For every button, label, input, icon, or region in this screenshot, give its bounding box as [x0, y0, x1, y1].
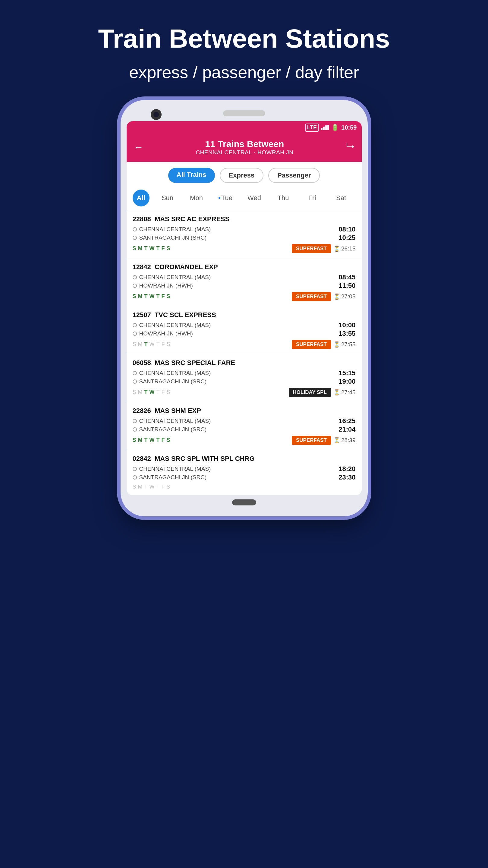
days-row: SMTWTFS: [133, 389, 170, 396]
day-char: T: [156, 293, 160, 300]
to-station-info: HOWRAH JN (HWH): [133, 330, 193, 337]
from-station-dot: [133, 467, 137, 471]
day-char: M: [138, 293, 143, 300]
day-char: F: [161, 484, 165, 490]
train-badge: SUPERFAST: [292, 292, 331, 301]
to-time: 10:25: [338, 234, 355, 242]
day-char: T: [156, 389, 160, 396]
from-station-dot: [133, 371, 137, 375]
day-char: F: [161, 245, 165, 252]
to-station-info: HOWRAH JN (HWH): [133, 282, 193, 289]
phone-screen: LTE 🔋 10:59 ← 11 Trains Between CHENNAI …: [127, 121, 362, 495]
page-subtitle: express / passenger / day filter: [129, 62, 359, 82]
back-button[interactable]: ←: [134, 142, 144, 153]
from-station-row: CHENNAI CENTRAL (MAS) 08:45: [133, 273, 356, 281]
phone-frame: LTE 🔋 10:59 ← 11 Trains Between CHENNAI …: [121, 100, 368, 516]
train-item[interactable]: 12842 COROMANDEL EXP CHENNAI CENTRAL (MA…: [127, 258, 362, 306]
train-item[interactable]: 22808 MAS SRC AC EXPRESS CHENNAI CENTRAL…: [127, 210, 362, 258]
day-char: F: [161, 341, 165, 347]
day-sun[interactable]: Sun: [153, 194, 182, 202]
from-time: 16:25: [338, 417, 355, 425]
train-footer: SMTWTFS SUPERFAST ⏳28:39: [133, 436, 356, 445]
page-title: Train Between Stations: [98, 24, 390, 53]
day-char: W: [150, 389, 155, 396]
from-station-dot: [133, 227, 137, 231]
to-station-info: SANTRAGACHI JN (SRC): [133, 378, 207, 385]
train-badge: SUPERFAST: [292, 436, 331, 445]
from-time: 08:10: [338, 225, 355, 233]
train-item[interactable]: 22826 MAS SHM EXP CHENNAI CENTRAL (MAS) …: [127, 402, 362, 450]
days-row: SMTWTFS: [133, 341, 170, 347]
from-station-row: CHENNAI CENTRAL (MAS) 16:25: [133, 417, 356, 425]
filter-tabs: All Trains Express Passenger: [127, 162, 362, 186]
from-time: 08:45: [338, 273, 355, 281]
day-char: S: [167, 484, 170, 490]
day-char: S: [133, 293, 136, 300]
day-char: W: [150, 341, 155, 347]
signal-bar-1: [321, 128, 323, 130]
day-char: W: [150, 245, 155, 252]
from-station-name: CHENNAI CENTRAL (MAS): [139, 322, 211, 329]
day-char: S: [167, 245, 170, 252]
hourglass-icon: ⏳: [333, 341, 340, 348]
tab-express[interactable]: Express: [220, 168, 264, 183]
day-char: M: [138, 389, 143, 396]
train-badge: HOLIDAY SPL: [289, 388, 331, 397]
train-name: 12842 COROMANDEL EXP: [133, 263, 356, 271]
tab-all-trains[interactable]: All Trains: [168, 168, 215, 183]
day-char: T: [144, 484, 148, 490]
from-station-name: CHENNAI CENTRAL (MAS): [139, 466, 211, 472]
to-station-row: SANTRAGACHI JN (SRC) 10:25: [133, 234, 356, 242]
train-name: 12507 TVC SCL EXPRESS: [133, 311, 356, 319]
hourglass-icon: ⏳: [333, 389, 340, 396]
train-item[interactable]: 12507 TVC SCL EXPRESS CHENNAI CENTRAL (M…: [127, 306, 362, 354]
day-char: T: [156, 341, 160, 347]
tab-passenger[interactable]: Passenger: [268, 168, 320, 183]
from-station-name: CHENNAI CENTRAL (MAS): [139, 418, 211, 424]
day-char: W: [150, 293, 155, 300]
train-item[interactable]: 06058 MAS SRC SPECIAL FARE CHENNAI CENTR…: [127, 354, 362, 402]
day-tue[interactable]: Tue: [211, 194, 240, 202]
train-item[interactable]: 02842 MAS SRC SPL WITH SPL CHRG CHENNAI …: [127, 450, 362, 495]
day-mon[interactable]: Mon: [182, 194, 211, 202]
day-char: T: [144, 389, 148, 396]
day-thu[interactable]: Thu: [269, 194, 298, 202]
to-station-row: SANTRAGACHI JN (SRC) 21:04: [133, 426, 356, 433]
to-station-name: SANTRAGACHI JN (SRC): [139, 426, 207, 433]
day-fri[interactable]: Fri: [298, 194, 327, 202]
battery-icon: 🔋: [331, 124, 339, 131]
day-char: S: [167, 437, 170, 443]
share-button[interactable]: ⮡: [346, 142, 355, 152]
to-station-row: SANTRAGACHI JN (SRC) 23:30: [133, 473, 356, 481]
day-sat[interactable]: Sat: [327, 194, 356, 202]
phone-home-button[interactable]: [232, 499, 256, 505]
to-station-dot: [133, 427, 137, 432]
from-time: 10:00: [338, 321, 355, 329]
phone-camera-inner: [153, 112, 159, 117]
hourglass-icon: ⏳: [333, 245, 340, 252]
app-header: ← 11 Trains Between CHENNAI CENTRAL - HO…: [127, 134, 362, 162]
to-time: 21:04: [338, 426, 355, 433]
signal-bar-2: [323, 127, 325, 130]
day-char: T: [144, 245, 148, 252]
to-station-dot: [133, 332, 137, 336]
day-char: F: [161, 293, 165, 300]
day-char: S: [167, 389, 170, 396]
day-char: M: [138, 437, 143, 443]
train-name: 06058 MAS SRC SPECIAL FARE: [133, 359, 356, 367]
signal-icon: [321, 125, 329, 130]
from-station-row: CHENNAI CENTRAL (MAS) 10:00: [133, 321, 356, 329]
to-time: 11:50: [338, 282, 355, 290]
train-footer: SMTWTFS HOLIDAY SPL ⏳27:45: [133, 388, 356, 397]
day-wed[interactable]: Wed: [240, 194, 269, 202]
train-footer: SMTWTFS SUPERFAST ⏳27:05: [133, 292, 356, 301]
to-station-info: SANTRAGACHI JN (SRC): [133, 474, 207, 481]
to-station-dot: [133, 475, 137, 479]
header-title: 11 Trains Between CHENNAI CENTRAL - HOWR…: [144, 139, 346, 156]
day-all-button[interactable]: All: [133, 190, 150, 207]
from-station-dot: [133, 419, 137, 423]
days-row: SMTWTFS: [133, 437, 170, 443]
day-char: S: [167, 293, 170, 300]
from-station-row: CHENNAI CENTRAL (MAS) 18:20: [133, 465, 356, 473]
header-route: CHENNAI CENTRAL - HOWRAH JN: [144, 149, 346, 156]
